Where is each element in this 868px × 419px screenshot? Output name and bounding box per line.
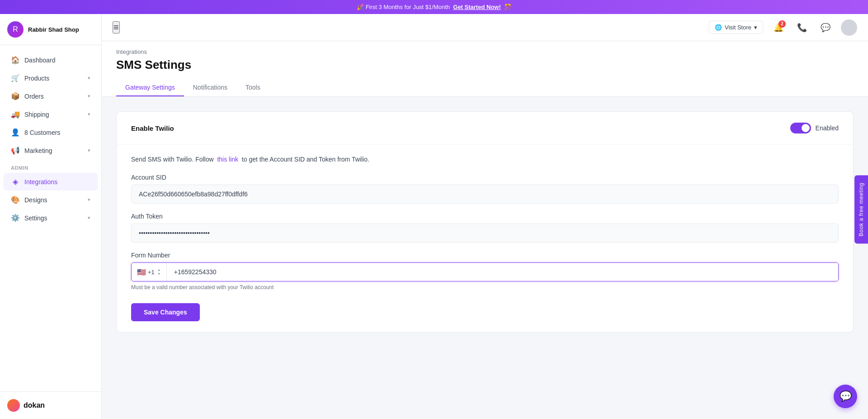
main-content: Integrations SMS Settings Gateway Settin…: [102, 41, 868, 419]
header-right: 🌐 Visit Store ▾ 🔔 2 📞 💬: [709, 19, 857, 36]
chevron-down-icon: ▾: [88, 111, 90, 117]
sidebar-item-marketing[interactable]: 📢 Marketing ▾: [4, 142, 98, 159]
enable-twilio-toggle[interactable]: [790, 123, 811, 133]
phone-hint: Must be a valid number associated with y…: [131, 284, 839, 290]
sidebar-item-customers[interactable]: 👤 8 Customers: [4, 124, 98, 141]
toggle-label: Enabled: [816, 124, 839, 132]
chevron-down-icon: ▾: [754, 24, 757, 31]
chevron-down-icon: ▾: [88, 215, 90, 221]
enable-twilio-label: Enable Twilio: [131, 124, 174, 132]
sidebar-label-shipping: Shipping: [24, 111, 49, 118]
sidebar: R Rabbir Shad Shop 🏠 Dashboard 🛒 Product…: [0, 14, 102, 419]
info-text-before: Send SMS with Twilio. Follow: [131, 156, 214, 163]
chevron-down-icon: ▾: [88, 75, 90, 81]
dokan-logo-icon: [7, 399, 20, 412]
notification-badge: 2: [778, 20, 786, 28]
sidebar-label-designs: Designs: [24, 196, 47, 204]
content-body: Enable Twilio Enabled Send SMS with Twil…: [102, 97, 868, 419]
hamburger-button[interactable]: ≡: [113, 21, 120, 33]
dokan-brand-name: dokan: [24, 401, 45, 409]
flag-icon: 🇺🇸: [137, 268, 146, 276]
save-changes-button[interactable]: Save Changes: [131, 303, 200, 321]
sidebar-label-marketing: Marketing: [24, 147, 52, 154]
account-sid-group: Account SID: [131, 174, 839, 204]
phone-country-selector[interactable]: 🇺🇸 +1 ▲▼: [132, 263, 167, 281]
products-icon: 🛒: [11, 74, 20, 82]
settings-card: Enable Twilio Enabled Send SMS with Twil…: [116, 111, 854, 333]
sidebar-logo: R Rabbir Shad Shop: [0, 14, 101, 45]
tab-notifications[interactable]: Notifications: [184, 79, 236, 96]
sidebar-item-settings[interactable]: ⚙️ Settings ▾: [4, 209, 98, 227]
orders-icon: 📦: [11, 92, 20, 100]
visit-store-button[interactable]: 🌐 Visit Store ▾: [709, 21, 763, 34]
get-started-link[interactable]: Get Started Now!: [453, 4, 500, 10]
designs-icon: 🎨: [11, 195, 20, 204]
chat-icon: 💬: [840, 390, 852, 402]
sidebar-label-orders: Orders: [24, 93, 44, 100]
phone-number-input[interactable]: [167, 263, 838, 281]
marketing-icon: 📢: [11, 146, 20, 155]
content-header: Integrations SMS Settings Gateway Settin…: [102, 41, 868, 97]
tab-gateway-settings[interactable]: Gateway Settings: [116, 79, 184, 96]
shop-logo-icon: R: [7, 21, 24, 38]
dashboard-icon: 🏠: [11, 56, 20, 64]
form-number-label: Form Number: [131, 252, 839, 259]
chevron-down-icon: ▾: [88, 197, 90, 203]
account-sid-input[interactable]: [131, 185, 839, 204]
this-link[interactable]: this link: [217, 156, 238, 163]
sidebar-label-dashboard: Dashboard: [24, 57, 56, 64]
top-header: ≡ 🌐 Visit Store ▾ 🔔 2 📞 💬: [102, 14, 868, 41]
auth-token-input[interactable]: [131, 224, 839, 243]
admin-section-label: ADMIN: [0, 160, 101, 172]
sidebar-label-settings: Settings: [24, 214, 47, 222]
sidebar-item-integrations[interactable]: ◈ Integrations: [4, 173, 98, 190]
sidebar-label-integrations: Integrations: [24, 178, 57, 186]
stepper-arrows: ▲▼: [157, 268, 161, 276]
phone-input-wrapper: 🇺🇸 +1 ▲▼: [131, 262, 839, 281]
breadcrumb: Integrations: [116, 41, 854, 55]
dokan-logo: dokan: [7, 399, 94, 412]
form-number-group: Form Number 🇺🇸 +1 ▲▼ Must be a valid num…: [131, 252, 839, 290]
sidebar-label-products: Products: [24, 75, 49, 82]
country-code: +1: [148, 269, 155, 276]
notifications-button[interactable]: 🔔 2: [770, 19, 787, 36]
form-body: Send SMS with Twilio. Follow this link t…: [117, 145, 853, 332]
banner-text: 🎉 First 3 Months for Just $1/Month: [357, 4, 450, 10]
banner-emoji: 🎊: [504, 4, 511, 10]
sidebar-item-designs[interactable]: 🎨 Designs ▾: [4, 191, 98, 209]
shipping-icon: 🚚: [11, 110, 20, 119]
page-title: SMS Settings: [116, 58, 854, 72]
sidebar-label-customers: 8 Customers: [24, 129, 60, 136]
toggle-wrapper: Enabled: [790, 123, 839, 133]
sidebar-item-dashboard[interactable]: 🏠 Dashboard: [4, 51, 98, 69]
globe-icon: 🌐: [715, 24, 722, 31]
tab-tools[interactable]: Tools: [236, 79, 269, 96]
auth-token-label: Auth Token: [131, 213, 839, 220]
sidebar-item-orders[interactable]: 📦 Orders ▾: [4, 87, 98, 105]
book-meeting-tab[interactable]: Book a free meeting: [854, 176, 868, 244]
tabs: Gateway Settings Notifications Tools: [116, 79, 854, 96]
chevron-down-icon: ▾: [88, 93, 90, 99]
integrations-icon: ◈: [11, 177, 20, 186]
chat-bubble-button[interactable]: 💬: [834, 385, 857, 408]
sidebar-item-products[interactable]: 🛒 Products ▾: [4, 69, 98, 87]
chevron-down-icon: ▾: [88, 148, 90, 153]
account-sid-label: Account SID: [131, 174, 839, 181]
phone-button[interactable]: 📞: [794, 19, 810, 36]
sidebar-item-shipping[interactable]: 🚚 Shipping ▾: [4, 105, 98, 123]
info-text: Send SMS with Twilio. Follow this link t…: [131, 156, 839, 163]
visit-store-label: Visit Store: [725, 24, 751, 31]
auth-token-group: Auth Token: [131, 213, 839, 243]
sidebar-nav: 🏠 Dashboard 🛒 Products ▾ 📦 Orders ▾: [0, 45, 101, 391]
avatar[interactable]: [841, 19, 857, 36]
sidebar-footer: dokan: [0, 391, 101, 419]
support-button[interactable]: 💬: [817, 19, 834, 36]
breadcrumb-parent[interactable]: Integrations: [116, 48, 147, 55]
settings-icon: ⚙️: [11, 214, 20, 222]
enable-twilio-row: Enable Twilio Enabled: [117, 112, 853, 145]
shop-name: Rabbir Shad Shop: [28, 26, 79, 33]
info-text-after: to get the Account SID and Token from Tw…: [242, 156, 369, 163]
customers-icon: 👤: [11, 128, 20, 137]
promo-banner: 🎉 First 3 Months for Just $1/Month Get S…: [0, 0, 868, 14]
